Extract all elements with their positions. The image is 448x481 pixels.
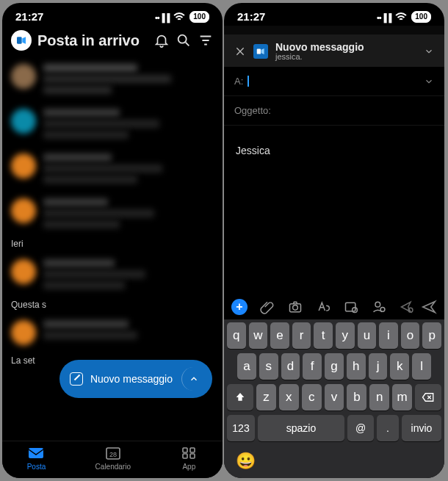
from-account[interactable]: jessica. — [275, 52, 364, 61]
key-c[interactable]: c — [302, 384, 322, 411]
emoji-icon[interactable]: 😀 — [236, 452, 256, 471]
key-f[interactable]: f — [303, 353, 322, 380]
key-j[interactable]: j — [369, 353, 388, 380]
key-m[interactable]: m — [392, 384, 412, 411]
mail-list[interactable]: Ieri Questa s La set Nuovo messaggio — [2, 57, 223, 441]
chevron-down-icon[interactable] — [424, 46, 434, 57]
key-row-2: asdfghjkl — [227, 353, 441, 380]
message-body[interactable]: Jessica — [224, 126, 444, 294]
format-icon[interactable] — [315, 299, 331, 315]
svg-rect-7 — [183, 454, 187, 458]
key-g[interactable]: g — [325, 353, 344, 380]
send-icon[interactable] — [421, 299, 437, 315]
chevron-down-icon[interactable] — [424, 76, 434, 87]
key-z[interactable]: z — [256, 384, 276, 411]
list-item[interactable] — [2, 252, 223, 297]
key-v[interactable]: v — [325, 384, 344, 411]
compose-icon — [70, 372, 83, 386]
svg-rect-5 — [183, 448, 187, 452]
key-b[interactable]: b — [347, 384, 366, 411]
compose-fab[interactable]: Nuovo messaggio — [59, 360, 212, 398]
camera-icon[interactable] — [287, 299, 303, 315]
status-bar: 21:27 100 — [224, 3, 444, 26]
nav-apps[interactable]: App — [180, 446, 198, 471]
key-y[interactable]: y — [336, 322, 355, 349]
attachment-icon[interactable] — [259, 299, 275, 315]
shift-key[interactable] — [227, 384, 253, 411]
text-cursor — [248, 76, 249, 87]
dot-key[interactable]: . — [377, 415, 399, 441]
outlook-avatar-icon[interactable] — [11, 30, 32, 51]
svg-rect-0 — [17, 37, 22, 43]
enter-key[interactable]: invio — [402, 415, 441, 441]
key-n[interactable]: n — [369, 384, 389, 411]
numbers-key[interactable]: 123 — [227, 415, 255, 441]
signal-icon — [377, 10, 391, 23]
screen-compose: 21:27 100 Nuovo messaggio jessica. A: — [224, 3, 444, 478]
at-key[interactable]: @ — [347, 415, 374, 441]
svg-rect-9 — [257, 49, 261, 54]
bell-icon[interactable] — [153, 32, 170, 48]
to-field[interactable]: A: — [224, 67, 444, 96]
key-e[interactable]: e — [270, 322, 289, 349]
key-k[interactable]: k — [390, 353, 409, 380]
key-q[interactable]: q — [227, 322, 246, 349]
status-bar: 21:27 100 — [2, 3, 223, 26]
lock-send-icon[interactable] — [399, 299, 415, 315]
key-o[interactable]: o — [401, 322, 420, 349]
key-l[interactable]: l — [412, 353, 431, 380]
screen-inbox: 21:27 100 Posta in arrivo — [2, 3, 223, 478]
wifi-icon — [173, 12, 185, 21]
search-icon[interactable] — [176, 32, 192, 48]
wifi-icon — [395, 12, 407, 21]
svg-point-13 — [353, 308, 358, 313]
list-item[interactable] — [2, 57, 223, 101]
subject-field[interactable]: Oggetto: — [224, 96, 444, 126]
key-r[interactable]: r — [292, 322, 311, 349]
key-x[interactable]: x — [279, 384, 299, 411]
key-t[interactable]: t — [314, 322, 333, 349]
key-d[interactable]: d — [281, 353, 300, 380]
availability-icon[interactable] — [343, 299, 359, 315]
key-s[interactable]: s — [259, 353, 278, 380]
list-item[interactable] — [2, 313, 223, 352]
nav-mail[interactable]: Posta — [27, 446, 46, 471]
key-a[interactable]: a — [237, 353, 256, 380]
svg-rect-2 — [29, 448, 43, 458]
list-item[interactable] — [2, 146, 223, 191]
signal-icon — [155, 10, 169, 23]
key-u[interactable]: u — [358, 322, 377, 349]
battery-icon: 100 — [411, 11, 431, 23]
list-item[interactable] — [2, 101, 223, 146]
key-h[interactable]: h — [347, 353, 366, 380]
nav-calendar[interactable]: 28 Calendario — [95, 446, 131, 471]
key-w[interactable]: w — [249, 322, 268, 349]
keyboard: qwertyuiop asdfghjkl zxcvbnm 123 spazio … — [224, 319, 444, 478]
key-row-1: qwertyuiop — [227, 322, 441, 349]
svg-point-11 — [293, 305, 298, 311]
space-key[interactable]: spazio — [258, 415, 344, 441]
compose-header: Nuovo messaggio jessica. — [224, 35, 444, 67]
calendar-icon: 28 — [104, 446, 122, 460]
plus-icon[interactable]: + — [231, 299, 248, 315]
section-yesterday: Ieri — [2, 236, 223, 252]
svg-text:28: 28 — [109, 451, 117, 458]
svg-rect-8 — [190, 454, 195, 458]
clock: 21:27 — [15, 10, 43, 23]
mention-icon[interactable] — [371, 299, 387, 315]
backspace-key[interactable] — [415, 384, 441, 411]
filter-icon[interactable] — [198, 32, 214, 48]
compose-body: A: Oggetto: Jessica + — [224, 67, 444, 478]
key-i[interactable]: i — [379, 322, 398, 349]
key-row-4: 123 spazio @ . invio — [227, 415, 441, 441]
svg-rect-12 — [346, 303, 355, 311]
list-item[interactable] — [2, 191, 223, 236]
key-row-3: zxcvbnm — [227, 384, 441, 411]
inbox-title: Posta in arrivo — [37, 32, 140, 49]
close-icon[interactable] — [234, 46, 246, 57]
key-p[interactable]: p — [422, 322, 441, 349]
status-right: 100 — [377, 10, 431, 23]
bottom-nav: Posta 28 Calendario App — [2, 441, 223, 478]
chevron-up-icon[interactable] — [181, 367, 205, 391]
svg-point-14 — [375, 302, 380, 307]
